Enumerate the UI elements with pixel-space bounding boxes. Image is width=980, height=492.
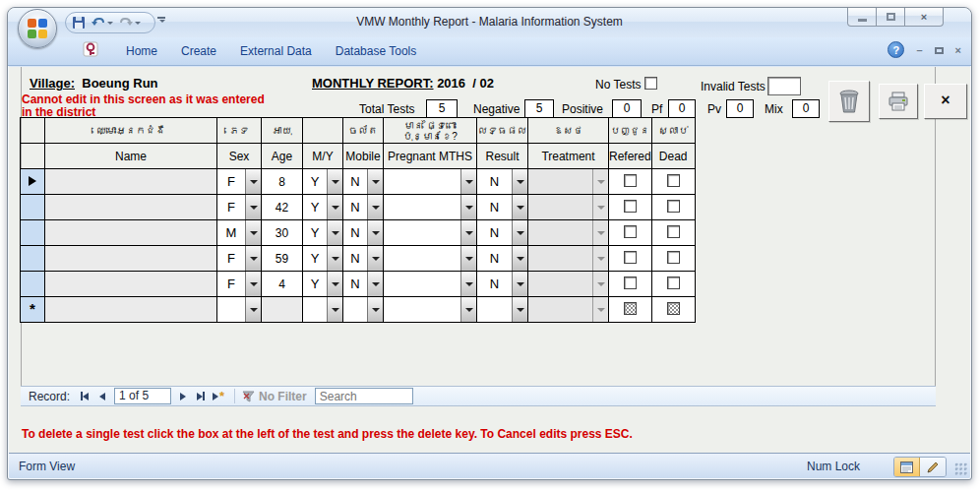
mobile-cell[interactable]: N — [343, 272, 384, 297]
tab-external-data[interactable]: External Data — [228, 39, 324, 63]
dropdown-button[interactable] — [512, 169, 527, 194]
last-record-button[interactable] — [192, 388, 210, 404]
age-cell[interactable] — [262, 297, 303, 323]
dead-checkbox[interactable] — [667, 174, 680, 187]
my-cell[interactable]: Y — [303, 195, 343, 220]
dropdown-button[interactable] — [367, 169, 383, 194]
row-selector[interactable] — [21, 220, 45, 246]
row-selector[interactable] — [21, 246, 45, 272]
dropdown-button[interactable] — [460, 195, 476, 219]
design-view-button[interactable] — [920, 458, 946, 476]
dropdown-button[interactable] — [460, 220, 476, 245]
dropdown-button[interactable] — [367, 220, 383, 245]
age-cell[interactable]: 59 — [262, 246, 303, 272]
dropdown-button[interactable] — [512, 246, 527, 271]
record-position-box[interactable]: 1 of 5 — [114, 388, 171, 404]
pregnant-cell[interactable] — [384, 220, 477, 246]
dropdown-button[interactable] — [245, 272, 261, 296]
dropdown-button[interactable] — [367, 246, 383, 271]
dropdown-button[interactable] — [327, 246, 342, 271]
sex-cell[interactable] — [217, 297, 262, 323]
age-cell[interactable]: 42 — [262, 195, 303, 220]
dropdown-button[interactable] — [460, 169, 476, 194]
mobile-cell[interactable]: N — [343, 220, 384, 246]
no-tests-checkbox[interactable] — [644, 77, 657, 90]
dropdown-button[interactable] — [327, 297, 342, 322]
refered-checkbox[interactable] — [624, 225, 637, 238]
my-cell[interactable]: Y — [303, 246, 343, 272]
my-cell[interactable]: Y — [303, 220, 343, 246]
no-filter-indicator[interactable]: No Filter — [242, 390, 307, 403]
result-cell[interactable]: N — [477, 220, 528, 246]
mobile-cell[interactable]: N — [343, 195, 384, 220]
minimize-button[interactable] — [847, 8, 877, 27]
form-view-button[interactable] — [894, 458, 920, 476]
next-record-button[interactable] — [174, 388, 192, 404]
dropdown-button[interactable] — [245, 195, 261, 219]
sex-cell[interactable]: F — [217, 246, 262, 272]
previous-record-button[interactable] — [93, 388, 111, 404]
result-cell[interactable] — [477, 297, 528, 323]
dropdown-button[interactable] — [460, 272, 476, 296]
dropdown-button[interactable] — [512, 195, 527, 219]
tab-database-tools[interactable]: Database Tools — [324, 39, 429, 63]
refered-checkbox[interactable] — [624, 302, 637, 315]
dropdown-button[interactable] — [327, 169, 342, 194]
delete-report-button[interactable] — [828, 81, 870, 122]
dropdown-button[interactable] — [327, 220, 342, 245]
doc-close-button[interactable]: × — [955, 44, 961, 56]
dropdown-button[interactable] — [460, 246, 476, 271]
dropdown-button[interactable] — [512, 297, 527, 322]
maximize-button[interactable] — [876, 8, 905, 27]
row-selector[interactable]: * — [21, 297, 45, 323]
mobile-cell[interactable]: N — [343, 169, 384, 195]
new-record-button[interactable]: * — [210, 388, 227, 404]
result-cell[interactable]: N — [477, 169, 528, 195]
dropdown-button[interactable] — [512, 272, 527, 296]
pregnant-cell[interactable] — [384, 272, 477, 297]
sex-cell[interactable]: M — [217, 220, 262, 246]
dead-checkbox[interactable] — [667, 302, 680, 315]
pregnant-cell[interactable] — [384, 246, 477, 272]
dropdown-button[interactable] — [245, 246, 261, 271]
search-input[interactable] — [315, 388, 413, 404]
dead-checkbox[interactable] — [667, 200, 680, 213]
tab-home[interactable]: Home — [114, 39, 169, 63]
age-cell[interactable]: 30 — [262, 220, 303, 246]
sex-cell[interactable]: F — [217, 169, 262, 195]
my-cell[interactable]: Y — [303, 169, 343, 195]
tab-create[interactable]: Create — [169, 39, 228, 63]
doc-minimize-button[interactable]: – — [916, 44, 922, 56]
dropdown-button[interactable] — [245, 169, 261, 194]
mobile-cell[interactable] — [343, 297, 384, 323]
close-button[interactable]: × — [904, 8, 944, 27]
help-button[interactable]: ? — [888, 41, 904, 58]
print-button[interactable] — [879, 84, 918, 119]
resize-grip[interactable] — [954, 462, 967, 475]
row-selector[interactable] — [21, 272, 45, 297]
refered-checkbox[interactable] — [624, 251, 637, 264]
row-selector[interactable] — [21, 195, 45, 220]
row-selector[interactable] — [21, 169, 45, 195]
sex-cell[interactable]: F — [217, 195, 262, 220]
refered-checkbox[interactable] — [624, 277, 637, 289]
title-bar[interactable]: VMW Monthly Report - Malaria Information… — [8, 8, 971, 37]
dead-checkbox[interactable] — [667, 251, 680, 264]
pregnant-cell[interactable] — [384, 169, 477, 195]
age-cell[interactable]: 8 — [262, 169, 303, 195]
office-button[interactable] — [18, 9, 57, 48]
result-cell[interactable]: N — [477, 272, 528, 297]
refered-checkbox[interactable] — [624, 200, 637, 213]
first-record-button[interactable] — [76, 388, 93, 404]
dropdown-button[interactable] — [327, 272, 342, 296]
pregnant-cell[interactable] — [384, 297, 477, 323]
result-cell[interactable]: N — [477, 195, 528, 220]
pregnant-cell[interactable] — [384, 195, 477, 220]
dead-checkbox[interactable] — [667, 225, 680, 238]
dropdown-button[interactable] — [245, 220, 261, 245]
dropdown-button[interactable] — [367, 195, 383, 219]
my-cell[interactable]: Y — [303, 272, 343, 297]
invalid-tests-box[interactable] — [767, 77, 801, 95]
dropdown-button[interactable] — [367, 272, 383, 296]
refered-checkbox[interactable] — [624, 174, 637, 187]
